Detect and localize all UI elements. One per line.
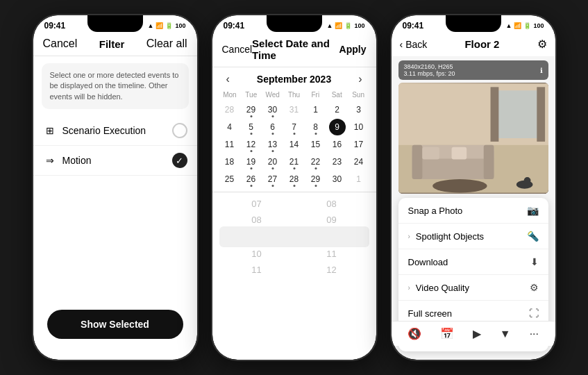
cal-next-btn[interactable]: › (358, 73, 362, 85)
play-icon[interactable]: ▶ (473, 327, 481, 340)
status-icons-1: ▲ 📶 🔋 100 (148, 22, 186, 29)
cal-day-15[interactable]: 15 (305, 136, 326, 153)
fullscreen-label: Full screen (408, 308, 453, 319)
cal-day-8[interactable]: 8 (305, 119, 326, 135)
cal-day-9-today[interactable]: 9 (329, 119, 346, 135)
datepicker-apply-btn[interactable]: Apply (339, 44, 367, 55)
cal-day-20[interactable]: 20 (262, 153, 283, 170)
day-thu: Thu (283, 90, 305, 100)
menu-download[interactable]: Download ⬇ (398, 249, 548, 275)
cal-day-29a[interactable]: 29 (241, 101, 262, 118)
status-icons-2: ▲ 📶 🔋 100 (327, 22, 365, 29)
svg-point-13 (523, 177, 530, 184)
menu-video-quality[interactable]: › Video Quality ⚙ (398, 275, 548, 301)
cal-day-27[interactable]: 27 (262, 171, 283, 188)
cal-day-17[interactable]: 17 (348, 136, 369, 153)
battery-icon-2: 🔋 (344, 22, 352, 29)
cal-day-5[interactable]: 5 (241, 119, 262, 135)
wifi-icon-3: ▲ (506, 22, 512, 29)
filter-title: Filter (99, 38, 125, 50)
signal-icon-3: 📶 (514, 22, 521, 29)
cal-day-4[interactable]: 4 (219, 119, 240, 135)
cal-day-14[interactable]: 14 (284, 136, 305, 153)
hour-08[interactable]: 08 (219, 212, 294, 227)
cal-prev-btn[interactable]: ‹ (226, 73, 230, 85)
video-quality-left: › Video Quality (408, 283, 469, 293)
cal-day-22[interactable]: 22 (305, 153, 326, 170)
menu-snap-photo[interactable]: Snap a Photo 📷 (398, 198, 548, 224)
cal-day-12[interactable]: 12 (241, 136, 262, 153)
svg-rect-4 (537, 87, 545, 142)
svg-rect-11 (451, 147, 467, 160)
cal-day-1b[interactable]: 1 (348, 171, 369, 188)
hour-10[interactable]: 10 (219, 247, 294, 261)
cal-day-30b[interactable]: 30 (327, 171, 348, 188)
signal-icon-2: 📶 (335, 22, 342, 29)
time-picker[interactable]: 07 08 09 10 11 08 09 10 11 12 (212, 197, 376, 277)
battery-text: 100 (175, 22, 185, 29)
cal-day-1a[interactable]: 1 (305, 101, 326, 118)
filter-item-scenario[interactable]: ⊞ Scenario Execution (33, 116, 197, 146)
battery-icon-3: 🔋 (523, 22, 531, 29)
back-chevron-icon: ‹ (400, 39, 403, 50)
phone-camera: 09:41 ▲ 📶 🔋 100 ‹ Back Floor 2 ⚙ 3840x2 (390, 14, 557, 361)
min-08[interactable]: 08 (294, 197, 369, 211)
filter-clear-btn[interactable]: Clear all (146, 38, 187, 50)
cal-day-21[interactable]: 21 (284, 153, 305, 170)
cal-day-16[interactable]: 16 (327, 136, 348, 153)
menu-spotlight[interactable]: › Spotlight Objects 🔦 (398, 224, 548, 249)
svg-point-9 (432, 179, 487, 193)
cal-day-6[interactable]: 6 (262, 119, 283, 135)
motion-icon: ⇒ (43, 153, 57, 167)
mute-icon[interactable]: 🔇 (408, 327, 421, 340)
cal-day-2a[interactable]: 2 (327, 101, 348, 118)
cal-day-11[interactable]: 11 (219, 136, 240, 153)
filter-item-motion[interactable]: ⇒ Motion ✓ (33, 146, 197, 176)
filter-cancel-btn[interactable]: Cancel (43, 38, 78, 50)
camera-back-btn[interactable]: ‹ Back (400, 39, 428, 50)
min-12[interactable]: 12 (294, 262, 369, 277)
cal-day-31a[interactable]: 31 (284, 101, 305, 118)
cal-day-7[interactable]: 7 (284, 119, 305, 135)
battery-icon: 🔋 (165, 22, 173, 29)
cal-day-23[interactable]: 23 (327, 153, 348, 170)
cal-day-24[interactable]: 24 (348, 153, 369, 170)
calendar-icon[interactable]: 📅 (440, 327, 454, 340)
datepicker-cancel-btn[interactable]: Cancel (222, 44, 253, 55)
hour-11[interactable]: 11 (219, 262, 294, 277)
day-sun: Sun (348, 90, 369, 100)
cal-day-28a[interactable]: 28 (219, 101, 240, 118)
calendar-grid: 28 29 30 31 1 2 3 4 5 6 7 8 9 10 11 12 1… (212, 101, 376, 188)
cam-info-text: 3840x2160, H265 3.11 mbps, fps: 20 (404, 63, 455, 77)
wifi-icon: ▲ (148, 22, 154, 29)
cal-day-18[interactable]: 18 (219, 153, 240, 170)
min-11[interactable]: 11 (294, 247, 369, 261)
scenario-icon: ⊞ (43, 124, 57, 138)
min-09[interactable]: 09 (294, 212, 369, 227)
scenario-label: Scenario Execution (62, 125, 146, 136)
cal-day-3[interactable]: 3 (348, 101, 369, 118)
show-selected-button[interactable]: Show Selected (47, 310, 183, 339)
time-divider (212, 192, 376, 192)
filter-bottom-icon[interactable]: ▼ (500, 328, 511, 340)
cal-day-25[interactable]: 25 (219, 171, 240, 188)
cal-day-26[interactable]: 26 (241, 171, 262, 188)
spotlight-chevron-icon: › (408, 233, 410, 240)
cal-day-30a[interactable]: 30 (262, 101, 283, 118)
hour-07[interactable]: 07 (219, 197, 294, 211)
settings-gear-icon[interactable]: ⚙ (537, 38, 547, 51)
more-icon[interactable]: ··· (530, 328, 539, 340)
cal-day-10[interactable]: 10 (348, 119, 369, 135)
cal-day-29b[interactable]: 29 (305, 171, 326, 188)
cal-day-19[interactable]: 19 (241, 153, 262, 170)
info-icon[interactable]: ℹ (540, 67, 543, 74)
cal-day-13[interactable]: 13 (262, 136, 283, 153)
camera-bottom-bar: 🔇 📅 ▶ ▼ ··· (392, 321, 555, 346)
cal-day-28b[interactable]: 28 (284, 171, 305, 188)
scenario-radio[interactable] (172, 123, 187, 138)
phones-container: 09:41 ▲ 📶 🔋 100 Cancel Filter Clear all … (32, 14, 557, 361)
motion-check[interactable]: ✓ (172, 153, 187, 168)
wifi-icon-2: ▲ (327, 22, 333, 29)
calendar-header: ‹ September 2023 › (212, 67, 376, 90)
battery-text-3: 100 (533, 22, 544, 29)
